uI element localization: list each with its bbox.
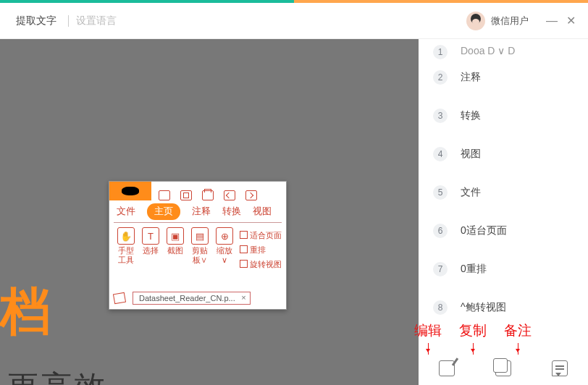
save-icon xyxy=(180,190,192,200)
ocr-result-panel: 1 Dooa D ∨ D 2 注释 3 转换 4 视图 5 文件 6 0适台页面… xyxy=(419,39,588,385)
item-number: 1 xyxy=(433,45,448,59)
list-item[interactable]: 2 注释 xyxy=(433,58,579,96)
select-tool-icon: T xyxy=(142,227,159,245)
list-item[interactable]: 1 Dooa D ∨ D xyxy=(433,45,579,58)
header-bar: 提取文字 设置语言 微信用户 — ✕ xyxy=(0,3,588,39)
list-item[interactable]: 4 视图 xyxy=(433,135,579,173)
menu-annotate: 注释 xyxy=(192,206,211,218)
item-label: 0重排 xyxy=(461,263,487,276)
action-bar xyxy=(419,356,588,381)
menu-view: 视图 xyxy=(253,206,272,218)
item-label: ^鲍转视图 xyxy=(461,301,506,314)
app-accent-tab xyxy=(109,182,151,200)
window-top-accent xyxy=(0,0,588,3)
user-avatar[interactable] xyxy=(466,12,485,30)
list-item[interactable]: 3 转换 xyxy=(433,96,579,135)
item-label: 0适台页面 xyxy=(461,224,507,237)
tag-icon xyxy=(113,292,126,305)
list-item[interactable]: 6 0适台页面 xyxy=(433,211,579,250)
zoom-tool-icon: ⊕ xyxy=(216,227,233,245)
item-number: 7 xyxy=(433,262,448,276)
open-icon xyxy=(159,190,170,200)
snapshot-tool-label: 截图 xyxy=(163,246,188,255)
copy-button[interactable] xyxy=(495,360,511,376)
zoom-tool-label: 缩放∨ xyxy=(212,246,237,264)
list-item[interactable]: 7 0重排 xyxy=(433,250,579,288)
screenshot-preview-area: 文件 主页 注释 转换 视图 ✋手型工具 T选择 ▣截图 ▤剪贴板∨ ⊕缩放∨ … xyxy=(0,39,419,385)
close-button[interactable]: ✕ xyxy=(565,15,576,27)
item-label: 注释 xyxy=(461,71,481,84)
list-item[interactable]: 8 ^鲍转视图 xyxy=(433,288,579,326)
item-label: 视图 xyxy=(461,148,481,161)
note-button[interactable] xyxy=(552,360,568,376)
item-number: 5 xyxy=(433,185,448,200)
inner-app-window: 文件 主页 注释 转换 视图 ✋手型工具 T选择 ▣截图 ▤剪贴板∨ ⊕缩放∨ … xyxy=(109,181,287,310)
username-label: 微信用户 xyxy=(491,14,529,28)
inner-menu-row: 文件 主页 注释 转换 视图 xyxy=(109,200,286,222)
item-number: 3 xyxy=(433,109,448,123)
menu-file: 文件 xyxy=(117,206,135,218)
background-large-char: 档 xyxy=(0,278,51,346)
redo-icon xyxy=(245,190,257,200)
hand-tool-icon: ✋ xyxy=(117,227,135,245)
minimize-button[interactable]: — xyxy=(546,15,558,27)
fit-page-item: 适合页面 xyxy=(240,229,282,243)
item-number: 2 xyxy=(433,70,448,85)
tab-extract-text[interactable]: 提取文字 xyxy=(12,14,61,28)
clipboard-tool-icon: ▤ xyxy=(191,227,209,245)
menu-convert: 转换 xyxy=(222,206,241,218)
list-item[interactable]: 5 文件 xyxy=(433,173,579,211)
item-number: 8 xyxy=(433,300,448,315)
set-language-link[interactable]: 设置语言 xyxy=(76,14,117,28)
item-label: 转换 xyxy=(461,109,481,122)
snapshot-tool-icon: ▣ xyxy=(167,227,184,245)
hand-tool-label: 手型工具 xyxy=(114,246,138,264)
clipboard-tool-label: 剪贴板∨ xyxy=(188,246,212,264)
file-tab: Datasheet_Reader_CN.p... xyxy=(133,292,251,305)
edit-button[interactable] xyxy=(439,360,455,376)
undo-icon xyxy=(224,190,235,200)
item-label: 文件 xyxy=(461,186,481,199)
divider xyxy=(68,15,69,27)
item-number: 4 xyxy=(433,147,448,161)
reflow-item: 重排 xyxy=(240,243,282,258)
print-icon xyxy=(202,190,214,200)
inner-toolbar: ✋手型工具 T选择 ▣截图 ▤剪贴板∨ ⊕缩放∨ 适合页面 重排 旋转视图 xyxy=(109,223,286,273)
rotate-view-item: 旋转视图 xyxy=(240,258,282,272)
background-large-text: 更高效 xyxy=(7,366,107,385)
item-number: 6 xyxy=(433,224,448,238)
item-label: Dooa D ∨ D xyxy=(461,45,515,56)
menu-home: 主页 xyxy=(147,203,180,220)
select-tool-label: 选择 xyxy=(138,246,163,255)
